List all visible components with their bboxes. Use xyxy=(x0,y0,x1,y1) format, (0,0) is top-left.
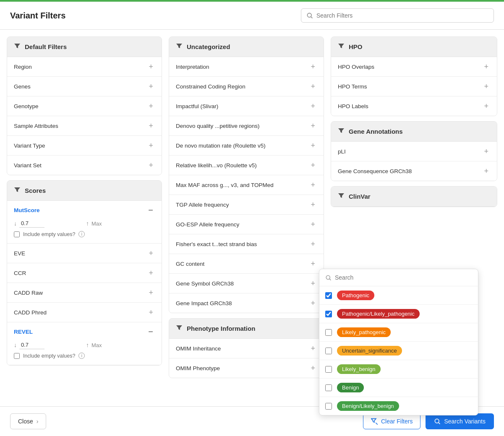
filter-label-eve: EVE xyxy=(14,250,25,257)
add-omim-inheritance-button[interactable]: + xyxy=(309,344,317,353)
add-pli-button[interactable]: + xyxy=(482,147,490,156)
phenotype-funnel-icon xyxy=(176,324,183,332)
add-region-button[interactable]: + xyxy=(147,62,155,71)
mutscore-min-group: ↓ xyxy=(14,219,83,228)
filter-label-impactful: Impactful (Slivar) xyxy=(176,103,218,109)
filter-label-tgp: TGP Allele frequency xyxy=(176,202,229,208)
checkbox-benign-likely[interactable] xyxy=(325,403,332,410)
gene-annotations-card: Gene Annotations pLI + Gene Consequence … xyxy=(331,121,497,181)
filter-item-gc-content: GC content + xyxy=(169,254,324,274)
clear-filters-icon xyxy=(371,418,378,425)
tag-likely-pathogenic: Likely_pathogenic xyxy=(337,327,391,337)
svg-point-5 xyxy=(435,419,439,423)
add-gene-consequence-button[interactable]: + xyxy=(482,166,490,176)
tag-uncertain: Uncertain_significance xyxy=(337,346,402,356)
add-denovo-quality-button[interactable]: + xyxy=(309,121,317,130)
tag-pathogenic-likely: Pathogenic/Likely_pathogenic xyxy=(337,309,420,319)
add-gene-symbol-button[interactable]: + xyxy=(309,279,317,288)
search-variants-button[interactable]: Search Variants xyxy=(426,413,494,429)
add-ccr-button[interactable]: + xyxy=(147,268,155,278)
uncategorized-funnel-icon xyxy=(176,43,183,51)
tag-pathogenic: Pathogenic xyxy=(337,291,374,300)
mutscore-info-icon[interactable]: i xyxy=(78,231,85,237)
dropdown-search-input[interactable] xyxy=(335,274,472,281)
checkbox-likely-pathogenic[interactable] xyxy=(325,329,332,336)
phenotype-title: Phenotype Information xyxy=(187,325,255,332)
add-hpo-overlaps-button[interactable]: + xyxy=(482,62,490,71)
revel-include-empty-checkbox[interactable] xyxy=(14,353,20,359)
checkbox-pathogenic-likely[interactable] xyxy=(325,311,332,317)
search-filters-input[interactable] xyxy=(316,12,488,19)
add-max-maf-button[interactable]: + xyxy=(309,180,317,189)
hpo-card: HPO HPO Overlaps + HPO Terms + HPO Label… xyxy=(331,36,497,116)
phenotype-card: Phenotype Information OMIM Inheritance +… xyxy=(169,318,324,378)
add-interpretation-button[interactable]: + xyxy=(309,62,317,71)
filter-label-go-esp: GO-ESP Allele frequency xyxy=(176,221,239,228)
search-variants-icon xyxy=(434,418,441,425)
add-variant-type-button[interactable]: + xyxy=(147,141,155,150)
gene-annotations-title: Gene Annotations xyxy=(349,128,403,135)
close-button[interactable]: Close › xyxy=(10,413,46,429)
revel-inputs: ↓ ↑ Max xyxy=(14,341,155,349)
mutscore-min-input[interactable] xyxy=(19,219,44,228)
filter-item-denovo-quality: Denovo quality ...petitive regions) + xyxy=(169,116,324,136)
filter-item-gene-impact: Gene Impact GRCh38 + xyxy=(169,293,324,313)
add-relative-likelihood-button[interactable]: + xyxy=(309,161,317,170)
filter-label-gene-consequence: Gene Consequence GRCh38 xyxy=(338,168,412,174)
add-cadd-raw-button[interactable]: + xyxy=(147,288,155,297)
add-genes-button[interactable]: + xyxy=(147,82,155,91)
add-hpo-labels-button[interactable]: + xyxy=(482,101,490,111)
mid-column: Uncategorized Interpretation + Constrain… xyxy=(169,36,324,400)
filter-label-variant-set: Variant Set xyxy=(14,162,42,169)
dropdown-item-benign-likely: Benign/Likely_benign xyxy=(319,397,478,415)
filter-label-hpo-overlaps: HPO Overlaps xyxy=(338,64,374,70)
gene-annotations-header: Gene Annotations xyxy=(331,122,497,142)
add-genotype-button[interactable]: + xyxy=(147,101,155,111)
collapse-revel-button[interactable]: − xyxy=(146,327,155,337)
checkbox-pathogenic[interactable] xyxy=(325,292,332,299)
default-filters-header: Default Filters xyxy=(7,37,162,57)
mutscore-max-label: Max xyxy=(91,221,102,227)
filter-item-go-esp: GO-ESP Allele frequency + xyxy=(169,215,324,234)
add-gene-impact-button[interactable]: + xyxy=(309,298,317,308)
add-eve-button[interactable]: + xyxy=(147,249,155,258)
add-denovo-rate-button[interactable]: + xyxy=(309,141,317,150)
dropdown-search-bar[interactable] xyxy=(319,269,478,286)
add-fishers-button[interactable]: + xyxy=(309,239,317,249)
close-label: Close xyxy=(18,418,33,425)
revel-info-icon[interactable]: i xyxy=(78,353,85,359)
filter-item-hpo-terms: HPO Terms + xyxy=(331,77,497,96)
checkbox-benign[interactable] xyxy=(325,384,332,391)
clear-filters-button[interactable]: Clear Filters xyxy=(363,413,420,429)
add-gc-content-button[interactable]: + xyxy=(309,259,317,268)
revel-max-icon: ↑ xyxy=(86,342,89,348)
add-hpo-terms-button[interactable]: + xyxy=(482,82,490,91)
add-variant-set-button[interactable]: + xyxy=(147,161,155,170)
add-go-esp-button[interactable]: + xyxy=(309,220,317,229)
clinvar-dropdown: Pathogenic Pathogenic/Likely_pathogenic … xyxy=(319,269,478,415)
global-search-bar[interactable] xyxy=(301,8,494,23)
add-sample-attrs-button[interactable]: + xyxy=(147,121,155,130)
revel-min-input[interactable] xyxy=(19,341,44,349)
add-cadd-phred-button[interactable]: + xyxy=(147,308,155,317)
filter-label-sample-attrs: Sample Attributes xyxy=(14,123,58,129)
mutscore-include-empty-checkbox[interactable] xyxy=(14,231,20,237)
revel-include-empty-label: Include empty values? xyxy=(23,353,75,359)
filter-item-ccr2: Constrained Coding Region + xyxy=(169,77,324,96)
main-content: Default Filters Region + Genes + Genotyp… xyxy=(0,30,504,406)
add-constrained-coding-button[interactable]: + xyxy=(309,82,317,91)
filter-label-hpo-terms: HPO Terms xyxy=(338,83,367,90)
checkbox-likely-benign[interactable] xyxy=(325,366,332,373)
add-impactful-button[interactable]: + xyxy=(309,101,317,111)
checkbox-uncertain[interactable] xyxy=(325,348,332,354)
filter-label-gene-impact: Gene Impact GRCh38 xyxy=(176,300,232,306)
filter-label-omim-phenotype: OMIM Phenotype xyxy=(176,365,220,371)
search-variants-label: Search Variants xyxy=(444,418,486,425)
filter-label-cadd-raw: CADD Raw xyxy=(14,290,43,296)
svg-point-0 xyxy=(307,13,311,17)
add-tgp-button[interactable]: + xyxy=(309,200,317,209)
revel-min-icon: ↓ xyxy=(14,342,17,348)
collapse-mutscore-button[interactable]: − xyxy=(146,205,155,215)
filter-label-gc-content: GC content xyxy=(176,261,204,267)
add-omim-phenotype-button[interactable]: + xyxy=(309,363,317,373)
